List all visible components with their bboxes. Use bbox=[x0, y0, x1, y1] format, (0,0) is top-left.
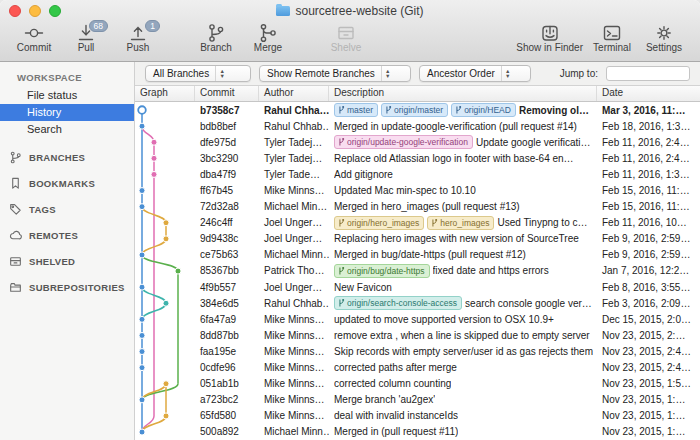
commit-row[interactable]: dfe975dTyler Tadej…origin/update-google-… bbox=[135, 134, 700, 150]
commit-row[interactable]: 65fd580Mike Minns…deal with invalid inst… bbox=[135, 408, 700, 424]
remote-branches-select[interactable]: Show Remote Branches ▲▼ bbox=[259, 65, 411, 82]
commit-table: Graph Commit Author Description Date b73… bbox=[135, 86, 700, 440]
commit-description: origin/hero_imageshero_imagesUsed Tinypn… bbox=[329, 216, 597, 230]
commit-hash: 246c4ff bbox=[195, 217, 259, 228]
branch-badge-label: origin/HEAD bbox=[464, 104, 511, 116]
column-header-date[interactable]: Date bbox=[597, 86, 700, 101]
commit-hash: 0cdfe96 bbox=[195, 362, 259, 373]
commit-hash: 9d9438c bbox=[195, 233, 259, 244]
branch-button[interactable]: Branch bbox=[190, 22, 242, 53]
commit-hash: a723bc2 bbox=[195, 394, 259, 405]
commit-author: Joel Unger… bbox=[259, 282, 329, 293]
commit-message: New Favicon bbox=[334, 282, 392, 293]
commit-button[interactable]: Commit bbox=[8, 22, 60, 53]
column-header-author[interactable]: Author bbox=[259, 86, 329, 101]
commit-author: Mike Minns… bbox=[259, 330, 329, 341]
show-in-finder-button[interactable]: Show in Finder bbox=[513, 22, 586, 53]
subrepositories-label: SUBREPOSITORIES bbox=[29, 282, 125, 293]
commit-row[interactable]: ff67b45Mike Minns…Updated Mac min-spec t… bbox=[135, 182, 700, 198]
titlebar[interactable]: sourcetree-website (Git) bbox=[0, 0, 700, 21]
zoom-button[interactable] bbox=[49, 5, 61, 17]
settings-button[interactable]: Settings bbox=[638, 22, 690, 53]
settings-label: Settings bbox=[646, 42, 682, 53]
column-header-commit[interactable]: Commit bbox=[195, 86, 259, 101]
commit-author: Mike Minns… bbox=[259, 314, 329, 325]
sidebar-section-bookmarks[interactable]: BOOKMARKS bbox=[0, 170, 134, 196]
branch-icon bbox=[338, 105, 345, 115]
commit-row[interactable]: a723bc2Mike Minns…Merge branch 'au2gex'N… bbox=[135, 392, 700, 408]
commit-author: Mike Minns… bbox=[259, 410, 329, 421]
commit-author: Patrick Tho… bbox=[259, 265, 329, 276]
sidebar-section-shelved[interactable]: SHELVED bbox=[0, 248, 134, 274]
sidebar-item-search[interactable]: Search bbox=[0, 121, 134, 138]
commit-row[interactable]: 051ab1bMike Minns…corrected column count… bbox=[135, 376, 700, 392]
jump-to-input[interactable] bbox=[606, 66, 690, 81]
commit-row[interactable]: 0cdfe96Mike Minns…corrected paths after … bbox=[135, 360, 700, 376]
commit-row[interactable]: ce75b63Michael Minn…Merged in bug/date-h… bbox=[135, 247, 700, 263]
commit-row[interactable]: 500a892Michael Minn…Merged in (pull requ… bbox=[135, 424, 700, 440]
toolbar: Commit 68 Pull 1 Push Br bbox=[0, 21, 700, 61]
commit-message: Replacing hero images with new version o… bbox=[334, 233, 579, 244]
commit-date: Nov 23, 2015, 1:5… bbox=[597, 378, 700, 389]
commit-row[interactable]: bdb8befRahul Chhab…Merged in update-goog… bbox=[135, 118, 700, 134]
sidebar-section-subrepositories[interactable]: SUBREPOSITORIES bbox=[0, 274, 134, 300]
jump-to-label: Jump to: bbox=[560, 68, 598, 79]
branch-badge-label: origin/master bbox=[394, 104, 443, 116]
commit-author: Mike Minns… bbox=[259, 185, 329, 196]
sidebar-section-tags[interactable]: TAGS bbox=[0, 196, 134, 222]
push-label: Push bbox=[127, 42, 150, 53]
pull-button[interactable]: 68 Pull bbox=[60, 22, 112, 53]
commit-hash: faa195e bbox=[195, 346, 259, 357]
commit-date: Feb 11, 2016, 1:3… bbox=[597, 169, 700, 180]
folder-icon bbox=[276, 6, 290, 16]
commit-row[interactable]: 3bc3290Tyler Tadej…Replace old Atlassian… bbox=[135, 150, 700, 166]
show-in-finder-label: Show in Finder bbox=[516, 42, 583, 53]
commit-message: Add gitignore bbox=[334, 169, 393, 180]
close-button[interactable] bbox=[9, 5, 21, 17]
terminal-icon bbox=[602, 22, 622, 43]
chevron-updown-icon: ▲▼ bbox=[501, 66, 514, 81]
commit-author: Mike Minns… bbox=[259, 394, 329, 405]
terminal-button[interactable]: Terminal bbox=[586, 22, 638, 53]
branch-badge-label: origin/hero_images bbox=[347, 217, 419, 229]
branch-filter-select[interactable]: All Branches ▲▼ bbox=[145, 65, 251, 82]
sidebar-item-file-status[interactable]: File status bbox=[0, 87, 134, 104]
commit-hash: 65fd580 bbox=[195, 410, 259, 421]
commit-row[interactable]: 6fa47a9Mike Minns…updated to move suppor… bbox=[135, 311, 700, 327]
branch-icon bbox=[338, 137, 345, 147]
branch-badge-label: master bbox=[347, 104, 373, 116]
commit-row[interactable]: faa195eMike Minns…Skip records with empt… bbox=[135, 343, 700, 359]
sidebar-item-history[interactable]: History bbox=[0, 104, 134, 121]
merge-button[interactable]: Merge bbox=[242, 22, 294, 53]
branch-icon bbox=[9, 151, 22, 164]
commit-row[interactable]: 4f9b557Joel Unger…New FaviconFeb 8, 2016… bbox=[135, 279, 700, 295]
commit-hash: ff67b45 bbox=[195, 185, 259, 196]
merge-label: Merge bbox=[254, 42, 282, 53]
commit-author: Joel Unger… bbox=[259, 217, 329, 228]
sidebar-section-remotes[interactable]: REMOTES bbox=[0, 222, 134, 248]
order-select[interactable]: Ancestor Order ▲▼ bbox=[419, 65, 531, 82]
push-button[interactable]: 1 Push bbox=[112, 22, 164, 53]
commit-row[interactable]: 8dd87bbMike Minns…remove extra , when a … bbox=[135, 327, 700, 343]
filter-bar: All Branches ▲▼ Show Remote Branches ▲▼ … bbox=[135, 62, 700, 86]
sidebar-section-branches[interactable]: BRANCHES bbox=[0, 144, 134, 170]
commit-author: Rahul Chhab… bbox=[259, 298, 329, 309]
minimize-button[interactable] bbox=[29, 5, 41, 17]
commit-row[interactable]: b7358c7Rahul Chha…masterorigin/masterori… bbox=[135, 102, 700, 118]
column-header-graph[interactable]: Graph bbox=[135, 86, 195, 101]
commit-author: Rahul Chhab… bbox=[259, 121, 329, 132]
commit-description: corrected column counting bbox=[329, 378, 597, 389]
commit-hash: 4f9b557 bbox=[195, 282, 259, 293]
commit-row[interactable]: 85367bbPatrick Tho…origin/bug/date-https… bbox=[135, 263, 700, 279]
commit-row[interactable]: 72d32a8Michael Min…Merged in hero_images… bbox=[135, 199, 700, 215]
column-header-description[interactable]: Description bbox=[329, 86, 597, 101]
commit-row[interactable]: 9d9438cJoel Unger…Replacing hero images … bbox=[135, 231, 700, 247]
commit-row[interactable]: 246c4ffJoel Unger…origin/hero_imageshero… bbox=[135, 215, 700, 231]
commit-description: origin/bug/date-httpsfixed date and http… bbox=[329, 264, 597, 278]
commit-description: origin/search-console-accesssearch conso… bbox=[329, 296, 597, 310]
commit-row[interactable]: dba47f9Tyler Tade…Add gitignoreFeb 11, 2… bbox=[135, 166, 700, 182]
shelve-button[interactable]: Shelve bbox=[320, 22, 372, 53]
commit-row[interactable]: 384e6d5Rahul Chhab…origin/search-console… bbox=[135, 295, 700, 311]
commit-message: Merged in update-google-verification (pu… bbox=[334, 121, 577, 132]
branch-icon bbox=[206, 22, 226, 43]
